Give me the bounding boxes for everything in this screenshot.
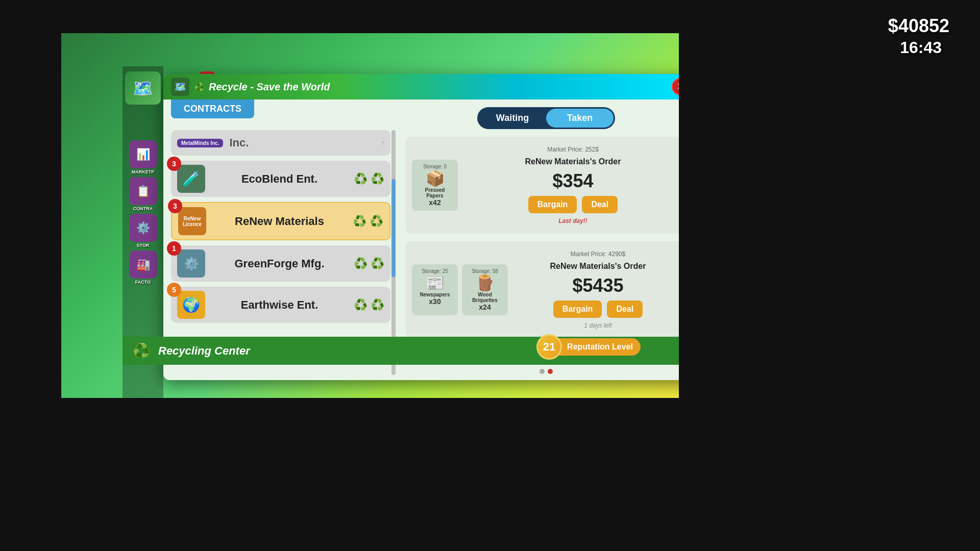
order-item-wood-briquettes: Storage: 58 🪵 Wood Briquettes x24 [462, 264, 508, 315]
reputation-level: 21 [536, 334, 562, 360]
order-status-2: 1 days left [584, 322, 612, 329]
deal-button-2[interactable]: Deal [607, 300, 643, 318]
company-name-renew: ReNew Materials [212, 215, 347, 228]
order-items-2: Storage: 25 📰 Newspapers x30 Storage: 58… [412, 264, 508, 315]
order-item-name-2a: Newspapers [416, 292, 454, 297]
company-logo-metalminds: MetalMinds Inc. [177, 139, 223, 147]
badge-earthwise: 5 [167, 283, 181, 297]
company-logo-earthwise: 🌍 [177, 291, 205, 319]
order-details-1: Market Price: 252$ ReNew Materials's Ord… [465, 146, 679, 224]
order-item-newspapers: Storage: 25 📰 Newspapers x30 [412, 264, 458, 315]
company-icons-renew: ♻️ ♻️ [353, 215, 383, 228]
order-item-pressed-papers: Storage: 0 📦 Pressed Papers x42 [412, 160, 458, 211]
sidebar-item-factory[interactable]: 🏭 FACTO [125, 251, 161, 285]
order-market-price-2: Market Price: 4290$ [571, 251, 625, 258]
company-logo-greenforge: ⚙️ [177, 249, 205, 278]
order-item-qty-2b: x24 [466, 303, 504, 311]
scroll-dot-2 [548, 369, 553, 374]
recycle-icon: ♻️ [194, 82, 205, 92]
order-company-2: ReNew Materials's Order [550, 262, 646, 271]
order-tabs: Waiting Taken [477, 107, 615, 129]
bottom-bar-label: Recycling Center [158, 344, 250, 358]
order-price-2: $5435 [572, 275, 623, 296]
company-icons-ecoblend: ♻️ ♻️ [354, 172, 384, 186]
order-storage-2b: Storage: 58 [466, 268, 504, 274]
tv-frame: $40852 16:43 🗺️ 📊 MARKETP 📋 CONTRA ⚙️ ST… [0, 0, 980, 551]
sidebar-item-contracts[interactable]: 📋 CONTRA [125, 177, 161, 211]
order-items-1: Storage: 0 📦 Pressed Papers x42 [412, 160, 458, 211]
order-buttons-2: Bargain Deal [553, 300, 643, 318]
company-name-greenforge: GreenForge Mfg. [211, 257, 348, 270]
reputation-badge: 21 Reputation Level [536, 334, 641, 360]
company-name-ecoblend: EcoBlend Ent. [211, 172, 348, 186]
order-item-qty-2a: x30 [416, 297, 454, 306]
company-logo-ecoblend: 🧪 [177, 165, 205, 193]
order-card-2: Storage: 25 📰 Newspapers x30 Storage: 58… [406, 241, 679, 338]
hud-time: 16:43 [900, 38, 942, 57]
company-name-metalminds: Inc. [229, 136, 249, 149]
order-item-name-1: Pressed Papers [416, 187, 454, 198]
order-item-icon-1: 📦 [416, 169, 454, 187]
company-logo-renew: ReNewLicence [178, 207, 206, 235]
modal-header-icon: 🗺️ [171, 78, 189, 96]
modal-header: 🗺️ ♻️ Recycle - Save the World ✕ [163, 74, 679, 99]
order-market-price-1: Market Price: 252$ [547, 146, 599, 153]
scroll-dot-1 [540, 369, 545, 374]
bottom-bar-recycle-icon: ♻️ [133, 342, 151, 359]
order-item-name-2b: Wood Briquettes [466, 292, 504, 303]
sidebar-item-storage[interactable]: ⚙️ STOR [125, 214, 161, 248]
order-buttons-1: Bargain Deal [528, 196, 618, 213]
company-card-metalminds[interactable]: MetalMinds Inc. Inc. ↑ [171, 130, 390, 156]
badge-greenforge: 1 [167, 241, 181, 256]
modal-title: Recycle - Save the World [209, 81, 330, 93]
company-card-ecoblend[interactable]: 3 🧪 EcoBlend Ent. ♻️ ♻️ [171, 161, 390, 197]
order-item-icon-2b: 🪵 [466, 274, 504, 292]
company-card-earthwise[interactable]: 5 🌍 Earthwise Ent. ♻️ ♻️ [171, 287, 390, 323]
order-status-1: Last day!! [558, 217, 587, 224]
company-icons-greenforge: ♻️ ♻️ [354, 257, 384, 270]
hud-money: $40852 [888, 15, 949, 37]
game-screen: 🗺️ 📊 MARKETP 📋 CONTRA ⚙️ STOR 🏭 FACTO [61, 33, 679, 398]
order-item-icon-2a: 📰 [416, 274, 454, 292]
order-storage-1: Storage: 0 [416, 164, 454, 169]
order-details-2: Market Price: 4290$ ReNew Materials's Or… [516, 251, 679, 329]
deal-button-1[interactable]: Deal [582, 196, 618, 213]
list-scroll-thumb [391, 179, 396, 277]
order-storage-2a: Storage: 25 [416, 268, 454, 274]
close-button[interactable]: ✕ [672, 78, 679, 95]
reputation-label: Reputation Level [557, 338, 641, 356]
order-price-1: $354 [552, 170, 593, 192]
order-company-1: ReNew Materials's Order [525, 157, 621, 166]
badge-renew: 3 [168, 199, 182, 213]
tab-waiting[interactable]: Waiting [479, 109, 546, 128]
scroll-dots [540, 369, 553, 374]
company-name-earthwise: Earthwise Ent. [211, 298, 348, 312]
company-icons-earthwise: ♻️ ♻️ [354, 298, 384, 312]
sidebar-item-marketplace[interactable]: 📊 MARKETP [125, 140, 161, 174]
bargain-button-1[interactable]: Bargain [528, 196, 577, 213]
badge-ecoblend: 3 [167, 157, 181, 171]
tab-taken[interactable]: Taken [546, 109, 614, 128]
order-item-qty-1: x42 [416, 198, 454, 207]
map-icon[interactable]: 🗺️ [125, 71, 161, 105]
company-card-greenforge[interactable]: 1 ⚙️ GreenForge Mfg. ♻️ ♻️ [171, 245, 390, 282]
company-card-renew[interactable]: 3 ReNewLicence ReNew Materials ♻️ ♻️ [171, 202, 390, 240]
order-card-1: Storage: 0 📦 Pressed Papers x42 Market P… [406, 137, 679, 234]
bargain-button-2[interactable]: Bargain [553, 300, 602, 318]
